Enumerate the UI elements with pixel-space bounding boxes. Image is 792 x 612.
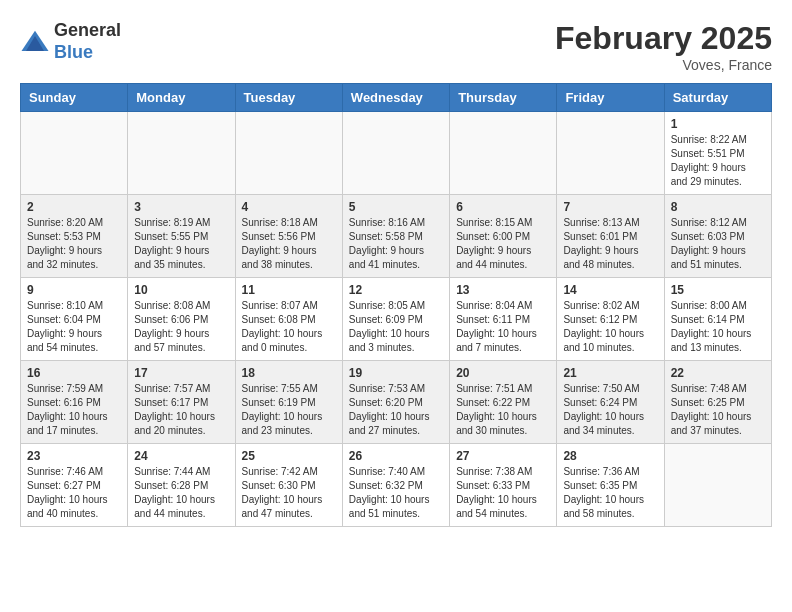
day-info: Sunrise: 7:57 AM Sunset: 6:17 PM Dayligh… bbox=[134, 382, 228, 438]
day-info: Sunrise: 8:07 AM Sunset: 6:08 PM Dayligh… bbox=[242, 299, 336, 355]
calendar-cell: 3Sunrise: 8:19 AM Sunset: 5:55 PM Daylig… bbox=[128, 195, 235, 278]
weekday-header: Thursday bbox=[450, 84, 557, 112]
day-number: 11 bbox=[242, 283, 336, 297]
day-info: Sunrise: 8:12 AM Sunset: 6:03 PM Dayligh… bbox=[671, 216, 765, 272]
day-info: Sunrise: 8:15 AM Sunset: 6:00 PM Dayligh… bbox=[456, 216, 550, 272]
day-number: 21 bbox=[563, 366, 657, 380]
calendar-cell: 26Sunrise: 7:40 AM Sunset: 6:32 PM Dayli… bbox=[342, 444, 449, 527]
logo-general: General bbox=[54, 20, 121, 42]
day-info: Sunrise: 8:05 AM Sunset: 6:09 PM Dayligh… bbox=[349, 299, 443, 355]
calendar-cell: 17Sunrise: 7:57 AM Sunset: 6:17 PM Dayli… bbox=[128, 361, 235, 444]
calendar-cell bbox=[557, 112, 664, 195]
weekday-header: Friday bbox=[557, 84, 664, 112]
calendar-cell: 28Sunrise: 7:36 AM Sunset: 6:35 PM Dayli… bbox=[557, 444, 664, 527]
calendar-week-row: 1Sunrise: 8:22 AM Sunset: 5:51 PM Daylig… bbox=[21, 112, 772, 195]
calendar-week-row: 2Sunrise: 8:20 AM Sunset: 5:53 PM Daylig… bbox=[21, 195, 772, 278]
weekday-row: SundayMondayTuesdayWednesdayThursdayFrid… bbox=[21, 84, 772, 112]
calendar-cell: 23Sunrise: 7:46 AM Sunset: 6:27 PM Dayli… bbox=[21, 444, 128, 527]
calendar-cell: 12Sunrise: 8:05 AM Sunset: 6:09 PM Dayli… bbox=[342, 278, 449, 361]
calendar-cell: 4Sunrise: 8:18 AM Sunset: 5:56 PM Daylig… bbox=[235, 195, 342, 278]
logo-icon bbox=[20, 27, 50, 57]
day-number: 19 bbox=[349, 366, 443, 380]
calendar-header: SundayMondayTuesdayWednesdayThursdayFrid… bbox=[21, 84, 772, 112]
day-number: 5 bbox=[349, 200, 443, 214]
calendar-cell: 7Sunrise: 8:13 AM Sunset: 6:01 PM Daylig… bbox=[557, 195, 664, 278]
calendar-cell bbox=[21, 112, 128, 195]
day-info: Sunrise: 8:08 AM Sunset: 6:06 PM Dayligh… bbox=[134, 299, 228, 355]
day-info: Sunrise: 7:36 AM Sunset: 6:35 PM Dayligh… bbox=[563, 465, 657, 521]
weekday-header: Tuesday bbox=[235, 84, 342, 112]
day-number: 9 bbox=[27, 283, 121, 297]
day-number: 6 bbox=[456, 200, 550, 214]
day-number: 7 bbox=[563, 200, 657, 214]
day-info: Sunrise: 7:42 AM Sunset: 6:30 PM Dayligh… bbox=[242, 465, 336, 521]
calendar-cell bbox=[128, 112, 235, 195]
calendar-cell: 13Sunrise: 8:04 AM Sunset: 6:11 PM Dayli… bbox=[450, 278, 557, 361]
calendar-cell: 10Sunrise: 8:08 AM Sunset: 6:06 PM Dayli… bbox=[128, 278, 235, 361]
day-number: 25 bbox=[242, 449, 336, 463]
day-info: Sunrise: 7:50 AM Sunset: 6:24 PM Dayligh… bbox=[563, 382, 657, 438]
calendar-cell: 11Sunrise: 8:07 AM Sunset: 6:08 PM Dayli… bbox=[235, 278, 342, 361]
calendar-cell: 1Sunrise: 8:22 AM Sunset: 5:51 PM Daylig… bbox=[664, 112, 771, 195]
calendar-cell: 22Sunrise: 7:48 AM Sunset: 6:25 PM Dayli… bbox=[664, 361, 771, 444]
day-info: Sunrise: 8:20 AM Sunset: 5:53 PM Dayligh… bbox=[27, 216, 121, 272]
day-info: Sunrise: 8:18 AM Sunset: 5:56 PM Dayligh… bbox=[242, 216, 336, 272]
day-number: 27 bbox=[456, 449, 550, 463]
calendar-cell bbox=[235, 112, 342, 195]
calendar-week-row: 23Sunrise: 7:46 AM Sunset: 6:27 PM Dayli… bbox=[21, 444, 772, 527]
calendar-week-row: 9Sunrise: 8:10 AM Sunset: 6:04 PM Daylig… bbox=[21, 278, 772, 361]
day-info: Sunrise: 8:04 AM Sunset: 6:11 PM Dayligh… bbox=[456, 299, 550, 355]
day-number: 16 bbox=[27, 366, 121, 380]
day-number: 8 bbox=[671, 200, 765, 214]
day-number: 23 bbox=[27, 449, 121, 463]
day-number: 10 bbox=[134, 283, 228, 297]
day-info: Sunrise: 8:19 AM Sunset: 5:55 PM Dayligh… bbox=[134, 216, 228, 272]
calendar-cell bbox=[450, 112, 557, 195]
day-info: Sunrise: 7:51 AM Sunset: 6:22 PM Dayligh… bbox=[456, 382, 550, 438]
calendar-cell: 19Sunrise: 7:53 AM Sunset: 6:20 PM Dayli… bbox=[342, 361, 449, 444]
calendar-cell: 24Sunrise: 7:44 AM Sunset: 6:28 PM Dayli… bbox=[128, 444, 235, 527]
calendar-cell: 2Sunrise: 8:20 AM Sunset: 5:53 PM Daylig… bbox=[21, 195, 128, 278]
weekday-header: Monday bbox=[128, 84, 235, 112]
day-number: 4 bbox=[242, 200, 336, 214]
calendar-cell: 16Sunrise: 7:59 AM Sunset: 6:16 PM Dayli… bbox=[21, 361, 128, 444]
calendar-cell: 8Sunrise: 8:12 AM Sunset: 6:03 PM Daylig… bbox=[664, 195, 771, 278]
day-info: Sunrise: 7:53 AM Sunset: 6:20 PM Dayligh… bbox=[349, 382, 443, 438]
day-number: 28 bbox=[563, 449, 657, 463]
day-number: 24 bbox=[134, 449, 228, 463]
calendar-body: 1Sunrise: 8:22 AM Sunset: 5:51 PM Daylig… bbox=[21, 112, 772, 527]
day-number: 17 bbox=[134, 366, 228, 380]
weekday-header: Saturday bbox=[664, 84, 771, 112]
calendar-cell: 25Sunrise: 7:42 AM Sunset: 6:30 PM Dayli… bbox=[235, 444, 342, 527]
calendar-cell: 20Sunrise: 7:51 AM Sunset: 6:22 PM Dayli… bbox=[450, 361, 557, 444]
day-number: 14 bbox=[563, 283, 657, 297]
calendar-week-row: 16Sunrise: 7:59 AM Sunset: 6:16 PM Dayli… bbox=[21, 361, 772, 444]
calendar-cell: 21Sunrise: 7:50 AM Sunset: 6:24 PM Dayli… bbox=[557, 361, 664, 444]
weekday-header: Sunday bbox=[21, 84, 128, 112]
day-info: Sunrise: 8:02 AM Sunset: 6:12 PM Dayligh… bbox=[563, 299, 657, 355]
title-block: February 2025 Voves, France bbox=[555, 20, 772, 73]
day-info: Sunrise: 8:10 AM Sunset: 6:04 PM Dayligh… bbox=[27, 299, 121, 355]
day-number: 13 bbox=[456, 283, 550, 297]
day-info: Sunrise: 7:44 AM Sunset: 6:28 PM Dayligh… bbox=[134, 465, 228, 521]
day-number: 3 bbox=[134, 200, 228, 214]
calendar-cell: 14Sunrise: 8:02 AM Sunset: 6:12 PM Dayli… bbox=[557, 278, 664, 361]
day-number: 1 bbox=[671, 117, 765, 131]
day-info: Sunrise: 7:40 AM Sunset: 6:32 PM Dayligh… bbox=[349, 465, 443, 521]
day-number: 20 bbox=[456, 366, 550, 380]
calendar-cell: 9Sunrise: 8:10 AM Sunset: 6:04 PM Daylig… bbox=[21, 278, 128, 361]
day-number: 12 bbox=[349, 283, 443, 297]
day-info: Sunrise: 7:46 AM Sunset: 6:27 PM Dayligh… bbox=[27, 465, 121, 521]
day-info: Sunrise: 8:00 AM Sunset: 6:14 PM Dayligh… bbox=[671, 299, 765, 355]
day-number: 2 bbox=[27, 200, 121, 214]
day-info: Sunrise: 7:38 AM Sunset: 6:33 PM Dayligh… bbox=[456, 465, 550, 521]
calendar-cell: 27Sunrise: 7:38 AM Sunset: 6:33 PM Dayli… bbox=[450, 444, 557, 527]
logo-blue: Blue bbox=[54, 42, 121, 64]
location: Voves, France bbox=[555, 57, 772, 73]
day-info: Sunrise: 7:59 AM Sunset: 6:16 PM Dayligh… bbox=[27, 382, 121, 438]
calendar-cell bbox=[664, 444, 771, 527]
calendar-cell: 5Sunrise: 8:16 AM Sunset: 5:58 PM Daylig… bbox=[342, 195, 449, 278]
weekday-header: Wednesday bbox=[342, 84, 449, 112]
day-info: Sunrise: 8:22 AM Sunset: 5:51 PM Dayligh… bbox=[671, 133, 765, 189]
day-info: Sunrise: 8:13 AM Sunset: 6:01 PM Dayligh… bbox=[563, 216, 657, 272]
